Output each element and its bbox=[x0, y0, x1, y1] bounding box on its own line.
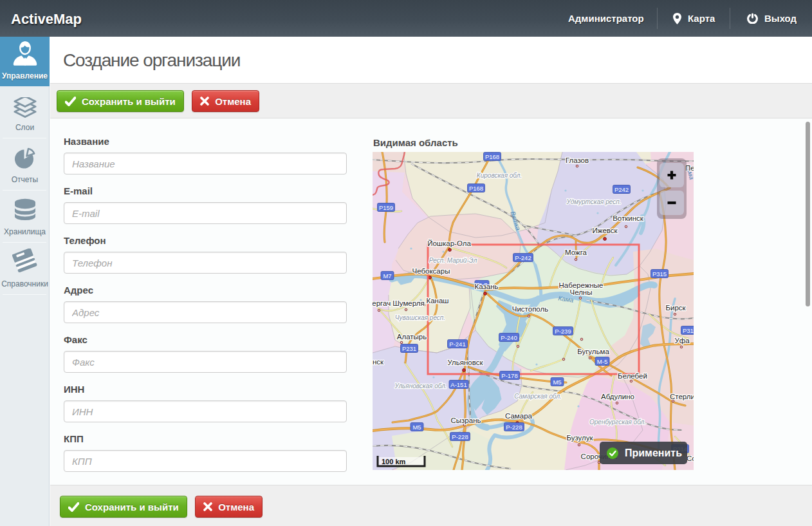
svg-text:Со: Со bbox=[687, 455, 694, 462]
svg-text:М-5: М-5 bbox=[597, 358, 607, 365]
svg-text:Р315: Р315 bbox=[683, 327, 694, 334]
svg-text:Стерлита: Стерлита bbox=[670, 393, 694, 400]
svg-text:Чебоксары: Чебоксары bbox=[412, 267, 450, 275]
svg-text:Р-241: Р-241 bbox=[449, 341, 465, 348]
svg-text:Глазов: Глазов bbox=[566, 156, 589, 164]
svg-text:Канаш: Канаш bbox=[426, 297, 448, 305]
svg-text:Кировская обл.: Кировская обл. bbox=[477, 172, 522, 179]
svg-text:Белебей: Белебей bbox=[618, 372, 647, 380]
svg-text:Р159: Р159 bbox=[379, 204, 393, 211]
svg-text:Р315: Р315 bbox=[652, 270, 667, 277]
svg-text:Воткинск: Воткинск bbox=[613, 214, 644, 222]
svg-text:Р168: Р168 bbox=[469, 185, 483, 192]
svg-text:Алатырь: Алатырь bbox=[397, 333, 427, 341]
svg-text:Бугульма: Бугульма bbox=[577, 348, 609, 355]
svg-text:Самара: Самара bbox=[505, 412, 533, 420]
svg-text:М5: М5 bbox=[412, 424, 421, 431]
svg-text:М5: М5 bbox=[553, 379, 561, 386]
svg-text:Р-242: Р-242 bbox=[515, 254, 531, 261]
svg-text:нск: нск bbox=[373, 358, 384, 366]
svg-text:Удмуртская респ.: Удмуртская респ. bbox=[566, 198, 621, 205]
svg-text:Бирск: Бирск bbox=[665, 304, 686, 312]
svg-text:Р-240: Р-240 bbox=[501, 334, 517, 341]
svg-text:Абдулино: Абдулино bbox=[601, 393, 634, 400]
svg-text:Челны: Челны bbox=[569, 288, 592, 296]
svg-text:Р-228: Р-228 bbox=[506, 424, 522, 431]
svg-text:Ижевск: Ижевск bbox=[592, 227, 618, 234]
svg-text:Шумерля: Шумерля bbox=[392, 299, 424, 307]
svg-text:А-151: А-151 bbox=[450, 381, 466, 388]
svg-text:Уфа: Уфа bbox=[674, 337, 690, 344]
svg-text:Чистополь: Чистополь bbox=[512, 305, 548, 313]
svg-text:Казань: Казань bbox=[475, 283, 499, 290]
svg-text:Респ. Марий-Эл: Респ. Марий-Эл bbox=[429, 257, 477, 264]
svg-text:Р231: Р231 bbox=[402, 345, 416, 352]
svg-text:Йошкар-Ола: Йошкар-Ола bbox=[427, 240, 471, 247]
svg-text:Сызрань: Сызрань bbox=[451, 417, 481, 424]
svg-text:Сергач: Сергач bbox=[373, 299, 391, 307]
svg-text:Ульяновская обл.: Ульяновская обл. bbox=[394, 382, 447, 390]
svg-text:100 km: 100 km bbox=[382, 458, 406, 465]
svg-text:Р168: Р168 bbox=[485, 153, 499, 160]
svg-text:Бузулук: Бузулук bbox=[566, 434, 593, 442]
svg-text:Р-228: Р-228 bbox=[452, 433, 468, 440]
svg-text:Оренбургская обл.: Оренбургская обл. bbox=[589, 418, 646, 426]
svg-text:Чувашская респ.: Чувашская респ. bbox=[395, 314, 445, 321]
svg-text:Можга: Можга bbox=[565, 249, 587, 256]
svg-text:Р242: Р242 bbox=[614, 186, 629, 193]
svg-text:Самарская обл.: Самарская обл. bbox=[514, 393, 562, 400]
svg-text:М7: М7 bbox=[383, 272, 391, 279]
svg-text:Ульяновск: Ульяновск bbox=[448, 359, 484, 366]
svg-text:Р-178: Р-178 bbox=[501, 372, 517, 379]
svg-text:Р-239: Р-239 bbox=[555, 328, 571, 335]
